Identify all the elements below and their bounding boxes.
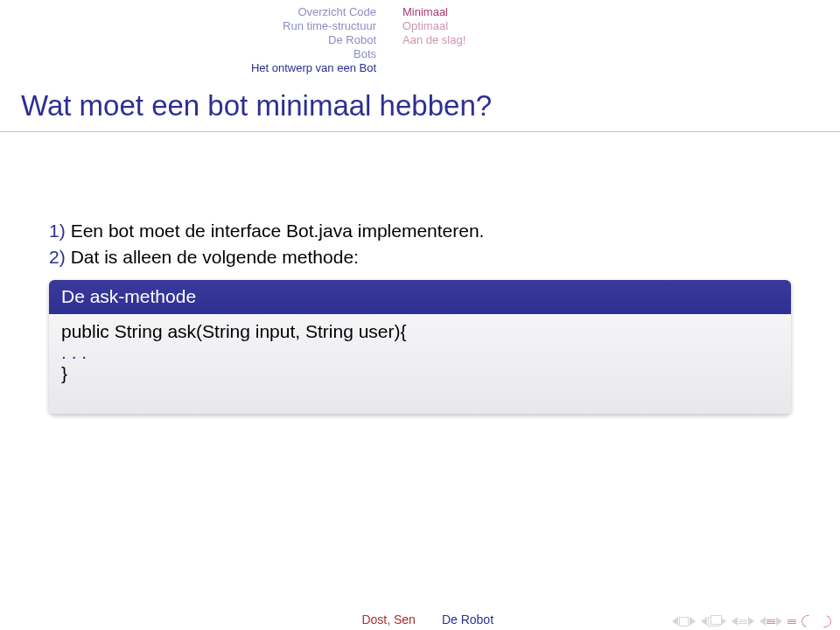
subsection-item-current[interactable]: Minimaal [402, 5, 840, 19]
code-line: public String ask(String input, String u… [61, 321, 779, 342]
subsection-item[interactable]: Optimaal [402, 19, 840, 33]
section-item[interactable]: Overzicht Code [0, 5, 376, 19]
code-ellipsis: . . . [61, 342, 779, 363]
code-line: } [61, 363, 779, 384]
code-block: De ask-methode public String ask(String … [49, 280, 791, 414]
section-header: Overzicht Code Run time-structuur De Rob… [0, 5, 840, 75]
section-item-current[interactable]: Het ontwerp van een Bot [0, 61, 376, 75]
nav-frame-group [701, 617, 726, 626]
section-list-left: Overzicht Code Run time-structuur De Rob… [0, 5, 376, 75]
subsection-icon[interactable] [738, 620, 747, 624]
prev-subsection-icon[interactable] [732, 617, 738, 626]
nav-slide-group [672, 617, 696, 626]
section-item[interactable]: Run time-structuur [0, 19, 376, 33]
prev-frame-icon[interactable] [701, 617, 707, 626]
enumerate-text: Dat is alleen de volgende methode: [71, 247, 359, 267]
frame-icon[interactable] [708, 617, 719, 626]
enumerate-text: Een bot moet de interface Bot.java imple… [71, 220, 485, 241]
nav-section-group [760, 617, 782, 626]
next-slide-icon[interactable] [690, 617, 696, 626]
section-icon[interactable] [766, 620, 775, 624]
slide-icon[interactable] [679, 617, 689, 626]
subsection-list-right: Minimaal Optimaal Aan de slag! [376, 5, 840, 75]
block-title: De ask-methode [49, 280, 791, 314]
footer-author: Dost, Sen [0, 612, 416, 626]
enumerate-item: 1)Een bot moet de interface Bot.java imp… [49, 220, 791, 242]
subsection-item[interactable]: Aan de slag! [402, 33, 840, 47]
forward-icon[interactable] [816, 612, 833, 629]
enumerate-number: 2) [49, 247, 66, 267]
prev-section-icon[interactable] [760, 617, 766, 626]
back-icon[interactable] [799, 612, 816, 629]
next-subsection-icon[interactable] [748, 617, 754, 626]
section-item[interactable]: Bots [0, 47, 376, 61]
prev-slide-icon[interactable] [672, 617, 678, 626]
presentation-icon[interactable] [788, 620, 796, 624]
nav-subsection-group [732, 617, 754, 626]
frame-title: Wat moet een bot minimaal hebben? [21, 89, 492, 122]
slide: Overzicht Code Run time-structuur De Rob… [0, 0, 840, 630]
frame-body: 1)Een bot moet de interface Bot.java imp… [49, 220, 791, 273]
block-body: public String ask(String input, String u… [49, 314, 791, 414]
nav-controls [672, 615, 831, 627]
next-section-icon[interactable] [776, 617, 782, 626]
section-item[interactable]: De Robot [0, 33, 376, 47]
enumerate-number: 1) [49, 220, 66, 241]
enumerate-item: 2)Dat is alleen de volgende methode: [49, 247, 791, 268]
title-rule [0, 131, 840, 132]
